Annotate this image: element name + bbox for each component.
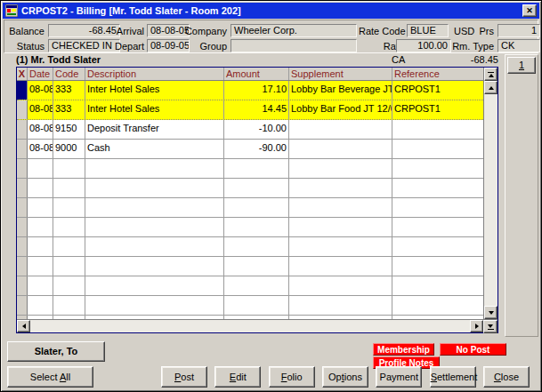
action-button-row: PostEditFolioOptionsPaymentSettlementClo… — [161, 366, 530, 388]
record-selector — [17, 120, 28, 139]
folio-button[interactable]: Folio — [269, 366, 315, 388]
app-icon — [5, 4, 18, 17]
rate-field[interactable]: 100.00 — [396, 39, 451, 52]
group-field[interactable] — [231, 39, 357, 52]
empty-row[interactable] — [17, 159, 483, 179]
group-label: Group — [181, 40, 227, 52]
options-button[interactable]: Options — [322, 366, 368, 388]
table-row[interactable]: 08-089150Deposit Transfer-10.00 — [17, 120, 483, 140]
balance-label: Balance — [6, 25, 44, 37]
title-bar: CRPOST2 - Billing [Mr. Todd Slater - Roo… — [3, 3, 539, 19]
empty-row[interactable] — [17, 276, 483, 296]
guest-balance: -68.45 — [445, 54, 498, 65]
record-selector — [17, 100, 28, 119]
payment-button[interactable]: Payment — [376, 366, 422, 388]
membership-badge[interactable]: Membership — [373, 343, 434, 356]
table-row[interactable]: 08-089000Cash-90.00 — [17, 140, 483, 159]
empty-row[interactable] — [17, 296, 483, 316]
table-row[interactable]: 08-08333Inter Hotel Sales17.10Lobby Bar … — [17, 81, 483, 100]
scroll-left-icon[interactable] — [17, 320, 30, 332]
scroll-right-icon[interactable] — [470, 320, 483, 332]
horizontal-scroll-track[interactable] — [30, 320, 470, 332]
empty-row[interactable] — [17, 179, 483, 198]
settlement-button[interactable]: Settlement — [430, 366, 476, 388]
guest-tab-slater[interactable]: Slater, To — [7, 341, 105, 362]
close-button[interactable]: Close — [483, 366, 530, 388]
no-post-badge[interactable]: No Post — [440, 343, 506, 356]
prs-field[interactable]: 1 — [498, 24, 540, 37]
column-header-x: X — [17, 68, 28, 80]
record-selector — [17, 140, 28, 158]
record-selector — [17, 198, 28, 217]
guest-group-bar: (1) Mr. Todd Slater CA -68.45 — [16, 53, 498, 66]
scroll-down-icon[interactable] — [484, 306, 498, 319]
guest-name: (1) Mr. Todd Slater — [16, 54, 392, 65]
depart-label: Depart — [113, 40, 144, 52]
company-field[interactable]: Wheeler Corp. — [231, 24, 357, 37]
vertical-scrollbar[interactable] — [483, 68, 498, 319]
record-selector — [17, 237, 28, 256]
rate-code-field[interactable]: BLUE — [407, 24, 449, 37]
empty-row[interactable] — [17, 198, 483, 218]
window-title: CRPOST2 - Billing [Mr. Todd Slater - Roo… — [21, 5, 519, 16]
record-selector — [17, 159, 28, 178]
rm-type-label: Rm. Type — [449, 40, 494, 52]
vertical-scroll-track[interactable] — [484, 94, 498, 306]
close-icon[interactable]: ✕ — [522, 4, 537, 17]
status-label: Status — [6, 40, 44, 52]
grid-header-row: XDateCodeDescriptionAmountSupplementRefe… — [17, 68, 483, 81]
company-label: Company — [181, 25, 227, 37]
grid-body: 08-08333Inter Hotel Sales17.10Lobby Bar … — [17, 81, 483, 319]
prs-label: Prs — [474, 25, 494, 37]
column-header-date: Date — [28, 68, 53, 80]
rate-code-label: Rate Code — [359, 25, 404, 37]
status-field[interactable]: CHECKED IN — [48, 39, 120, 52]
select-all-button[interactable]: Select All — [7, 366, 93, 388]
record-selector — [17, 296, 28, 315]
folio-tab-1[interactable]: 1 — [507, 57, 536, 74]
column-header-amount: Amount — [224, 68, 289, 80]
empty-row[interactable] — [17, 218, 483, 237]
record-selector — [17, 179, 28, 197]
scroll-up-icon[interactable] — [484, 81, 498, 94]
column-header-reference: Reference — [392, 68, 483, 80]
table-row[interactable]: 08-08333Inter Hotel Sales14.45Lobby Bar … — [17, 100, 483, 120]
record-selector — [17, 81, 28, 100]
billing-window: CRPOST2 - Billing [Mr. Todd Slater - Roo… — [0, 0, 542, 392]
reservation-header-panel: Balance -68.45 Status CHECKED IN Arrival… — [4, 20, 538, 53]
record-selector — [17, 218, 28, 236]
empty-row[interactable] — [17, 257, 483, 276]
transactions-grid: XDateCodeDescriptionAmountSupplementRefe… — [16, 67, 498, 333]
horizontal-scrollbar[interactable] — [17, 320, 483, 332]
payment-type: CA — [392, 54, 445, 65]
scroll-last-icon[interactable] — [483, 320, 498, 333]
arrival-label: Arrival — [113, 25, 144, 37]
empty-row[interactable] — [17, 237, 483, 257]
column-header-code: Code — [53, 68, 85, 80]
scroll-first-icon[interactable] — [484, 68, 498, 81]
edit-button[interactable]: Edit — [214, 366, 261, 388]
folio-tab-strip: 1 — [505, 54, 538, 337]
column-header-supplement: Supplement — [289, 68, 392, 80]
record-selector — [17, 276, 28, 295]
rm-type-field[interactable]: CK — [498, 39, 540, 52]
record-selector — [17, 257, 28, 276]
column-header-description: Description — [85, 68, 224, 80]
balance-field[interactable]: -68.45 — [48, 24, 120, 37]
post-button[interactable]: Post — [161, 366, 207, 388]
